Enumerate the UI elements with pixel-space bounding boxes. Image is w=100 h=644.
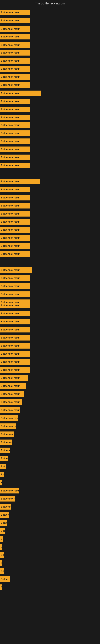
bottleneck-bar: Bottleneck result	[0, 10, 30, 15]
bottleneck-label: Bottleneck result	[1, 244, 20, 247]
bottleneck-bar: Bottleneck result	[0, 283, 30, 289]
bottleneck-bar: Bottleneck result	[0, 375, 28, 381]
bottleneck-label: Bottleneck result	[1, 304, 20, 307]
bottleneck-bar: Bottleneck result	[0, 211, 30, 216]
bottleneck-label: Bottleneck result	[1, 344, 20, 347]
bottleneck-bar: Bottleneck result	[0, 98, 30, 104]
bottleneck-label: Bottleneck result	[1, 188, 20, 191]
bottleneck-label: Bottleneck result	[1, 236, 20, 239]
bottleneck-label: Bottleneck result	[1, 384, 20, 388]
bottleneck-label: Bottleneck result	[1, 530, 5, 532]
bottleneck-label: Bottleneck result	[1, 148, 20, 151]
bottleneck-bar: Bottleneck result	[0, 472, 4, 477]
bottleneck-bar: Bottleneck result	[0, 359, 30, 365]
bottleneck-label: Bo	[1, 554, 4, 556]
bottleneck-bar: Bottleneck result	[0, 311, 30, 316]
bottleneck-bar: Bottleneck result	[0, 34, 30, 40]
bottleneck-bar: Bottleneck result	[0, 179, 40, 184]
bottleneck-bar: Bottleneck result	[0, 146, 30, 152]
bottleneck-label: Bottleneck result	[1, 336, 20, 339]
bottleneck-label: Bottleneck result	[1, 449, 10, 452]
bottleneck-label: Bottleneck result	[1, 538, 3, 540]
bottleneck-label: Bottleneck result	[1, 497, 15, 500]
bottleneck-bar: Bottleneck result	[0, 496, 15, 502]
bottleneck-label: Bottleneck result	[1, 285, 20, 288]
bottleneck-label: Bottleneck result	[1, 68, 20, 70]
bottleneck-bar: Bottleneck result	[0, 383, 26, 389]
bottleneck-bar: Bottleneck result	[0, 335, 30, 340]
bottleneck-bar: Bottleneck result	[0, 504, 11, 510]
bottleneck-bar: Bottleneck result	[0, 407, 20, 413]
bottleneck-label: Bottleneck result	[1, 100, 20, 103]
bottleneck-bar: Bottleneck result	[0, 122, 30, 128]
bottleneck-label: Bottleneck result	[1, 44, 20, 46]
bottleneck-label: Bottleneck result	[1, 401, 20, 404]
bottleneck-label: Bottleneck result	[1, 228, 20, 231]
bottleneck-bar: Bottleneck result	[0, 243, 30, 249]
bottleneck-label: Bottleneck result	[1, 328, 20, 331]
bottleneck-bar: Bottleneck result	[0, 520, 7, 526]
bottleneck-label: Bottleneck result	[1, 116, 20, 119]
bottleneck-bar: Bottleneck result	[0, 351, 30, 356]
bottleneck-bar: Bottleneck result	[0, 50, 30, 56]
bottleneck-label: Bottleneck result	[1, 376, 20, 379]
bottleneck-bar: Bottleneck result	[0, 391, 24, 397]
bottleneck-label: Bottleneck result	[1, 505, 11, 508]
bottleneck-label: Bottleneck result	[1, 293, 20, 296]
bottleneck-bar: Bottleneck result	[0, 488, 19, 494]
bottleneck-label: Bo	[1, 570, 4, 572]
bottleneck-bar: Bottleneck result	[0, 18, 30, 23]
bottleneck-label: B	[1, 562, 2, 564]
bottleneck-bar: Bottleneck result	[0, 195, 30, 200]
bottleneck-label: Bottleneck result	[1, 11, 20, 14]
bottleneck-bar: Bottleneck result	[0, 58, 30, 64]
bottleneck-bar: Bottleneck result	[0, 66, 30, 72]
bottleneck-bar: Bottleneck result	[0, 367, 30, 373]
bottleneck-bar: Bottleneck result	[0, 107, 30, 112]
bottleneck-label: Bottleneck result	[1, 252, 20, 256]
bottleneck-label: Bottleneck result	[1, 320, 20, 323]
bottleneck-label: Bottleneck result	[1, 28, 20, 30]
bottleneck-label: Bottleneck result	[1, 409, 20, 412]
bottleneck-bar: Bottleneck result	[0, 90, 41, 96]
bottleneck-bar: B	[0, 584, 2, 590]
bottleneck-label: B	[1, 586, 2, 589]
bottleneck-bar: Bottleneck result	[0, 235, 30, 241]
bottleneck-bar: Bo	[0, 568, 4, 574]
bottleneck-label: Bottleneck result	[1, 51, 20, 54]
bottleneck-label: Bottleneck result	[1, 196, 20, 199]
bottleneck-bar: Bottleneck result	[0, 536, 3, 542]
bottleneck-label: Bottleneck result	[1, 522, 7, 524]
bottleneck-bar: Bottleneck result	[0, 130, 30, 136]
bottleneck-label: Bottleneck result	[1, 417, 18, 420]
bottleneck-bar: Bottleneck result	[0, 319, 30, 324]
bottleneck-bar: Bottleneck result	[0, 432, 14, 437]
bottleneck-label: Bottleneck result	[1, 35, 20, 38]
bottleneck-label: Bottleneck result	[1, 473, 4, 476]
bottleneck-bar: Bottleneck result	[0, 42, 30, 48]
bottleneck-bar: Bottleneck result	[0, 219, 30, 224]
bottleneck-bar: B	[0, 544, 2, 550]
bottleneck-label: Bottleneck result	[1, 140, 20, 143]
bottleneck-bar: Bottleneck result	[0, 399, 22, 405]
bottleneck-bar: Bottleneck result	[0, 203, 30, 208]
bottleneck-label: Bottleneck result	[1, 92, 20, 95]
bottleneck-label: Bottleneck result	[1, 368, 20, 371]
bottleneck-label: Bottleneck result	[1, 19, 20, 22]
bottleneck-label: Bottleneck result	[1, 457, 8, 460]
bottleneck-label: Bottleneck result	[1, 425, 16, 428]
bottleneck-label: Bottleneck result	[1, 220, 20, 223]
bottleneck-label: Bottleneck result	[1, 312, 20, 315]
bottleneck-label: Bottleneck result	[1, 108, 20, 111]
bottleneck-bar: Bottleneck result	[0, 480, 2, 486]
bottleneck-label: Bottleneck result	[1, 441, 12, 444]
bottleneck-label: Bottleneck result	[1, 277, 20, 280]
bottleneck-label: Bottleneck result	[1, 481, 2, 484]
bottleneck-bar: Bottleneck result	[0, 162, 30, 168]
bottleneck-bar: Bottleneck result	[0, 448, 10, 453]
bottleneck-bar: Bottleneck result	[0, 456, 8, 461]
bottleneck-bar: Bottle	[0, 576, 10, 582]
bottleneck-label: Bottleneck result	[1, 269, 20, 272]
bottleneck-bar: Bottleneck result	[0, 154, 30, 160]
bottleneck-label: Bottleneck result	[1, 132, 20, 135]
